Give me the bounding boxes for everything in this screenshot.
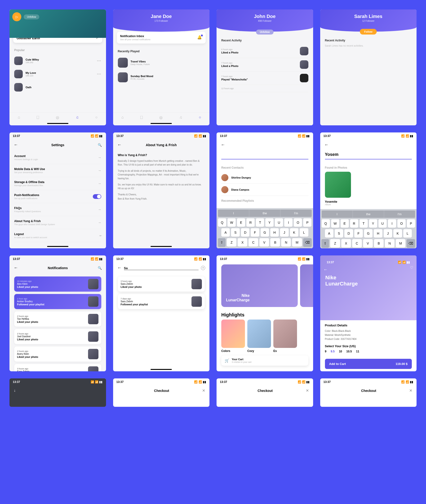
notification-item[interactable]: 2 hours agoToe HeftibaLiked your photo	[14, 311, 101, 327]
notification-item[interactable]: 2 hours agoJoel GardnerLiked your photo	[14, 329, 101, 344]
more-icon[interactable]: •••	[97, 72, 101, 76]
song-row[interactable]: My Love186.123•••	[14, 67, 101, 81]
activity-row[interactable]: 12 hours ago	[221, 85, 308, 92]
profile-icon[interactable]: ○	[199, 115, 201, 120]
heart-icon[interactable]: ♡	[410, 265, 413, 270]
notification-item[interactable]: 3 hours agoSara ZebrinLiked your photo	[118, 276, 205, 292]
backspace-key[interactable]: ⌫	[303, 238, 312, 247]
track-row[interactable]: Travel VibesDeep House, Future	[118, 55, 205, 70]
result-thumb[interactable]	[325, 172, 351, 198]
space-key[interactable]: space	[228, 248, 298, 248]
track-thumb	[118, 58, 128, 68]
more-icon[interactable]: •••	[97, 59, 101, 63]
settings-faq[interactable]: FAQsFrequently Asked Questions→	[14, 203, 101, 216]
contact-row[interactable]: Shirline Dungey	[221, 172, 308, 184]
chat-icon[interactable]: ⎕	[37, 115, 39, 120]
size-option[interactable]: 10	[339, 350, 342, 353]
screen-notifications: 13:37📶 📶 ▮▮ ←Notifications🔍 19 minutes a…	[9, 255, 106, 371]
chevron-right-icon: →	[98, 182, 101, 185]
header: ←About Yung & Frish	[113, 140, 210, 150]
back-icon[interactable]: ←	[14, 265, 18, 270]
camera-icon[interactable]: ◎	[56, 115, 59, 120]
search-icon[interactable]: 🔍	[98, 266, 102, 270]
search-input[interactable]	[325, 150, 412, 159]
hero-banner: ▷ Unfollow	[9, 9, 106, 38]
keyboard-suggestions: ItheI'm	[322, 210, 415, 218]
profile-header: Jane Doe 173 Follower	[113, 9, 210, 32]
search-icon[interactable]: 🔍	[98, 143, 102, 147]
activity-row[interactable]: 7 hours agoPlayed "Melancholia"	[221, 71, 308, 85]
notification-item[interactable]: 1 hour agoAmber BradleyFollowed your pla…	[14, 294, 101, 309]
settings-storage[interactable]: Storage & Offline DataManage your downlo…	[14, 177, 101, 190]
activity-thumb	[300, 47, 308, 55]
notification-item[interactable]: 7 days agoSara ZebrinFollowed your playl…	[118, 294, 205, 309]
back-icon[interactable]: ←	[117, 142, 122, 147]
back-icon[interactable]: ←	[325, 142, 329, 147]
profile-icon[interactable]: ○	[95, 115, 98, 120]
add-to-cart-button[interactable]: Add to Cart119.00 $	[325, 359, 412, 369]
recent-contacts-heading: Recent Contacts	[221, 166, 308, 169]
back-icon[interactable]: ←	[324, 267, 328, 272]
size-option[interactable]: 11	[356, 350, 359, 353]
back-icon[interactable]: ←	[117, 265, 122, 270]
back-icon[interactable]: ←	[14, 142, 18, 147]
notification-inbox-card[interactable]: Notification InboxSee all your unread no…	[117, 32, 206, 43]
notif-thumb	[88, 296, 99, 307]
settings-about[interactable]: About Yung & FrishThe guys who created S…	[14, 216, 101, 229]
contact-row[interactable]: Diana Campos	[221, 184, 308, 196]
clear-icon[interactable]: ✕	[201, 266, 205, 270]
close-icon[interactable]: ✕	[409, 388, 412, 393]
song-row[interactable]: Cute Wifey198.242•••	[14, 54, 101, 67]
highlight-card[interactable]: Es	[273, 320, 297, 353]
download-icon[interactable]: ↓	[14, 388, 16, 393]
unfollow-button[interactable]: Unfollow	[256, 29, 274, 35]
settings-logout[interactable]: LogoutIn case you want to switch account…	[14, 229, 101, 242]
play-button[interactable]: ▷	[12, 12, 21, 21]
shift-key[interactable]: ⇧	[218, 238, 226, 247]
highlight-card[interactable]: Cozy	[247, 320, 271, 353]
back-icon[interactable]: ←	[221, 142, 225, 147]
home-icon[interactable]: ⌂	[18, 115, 20, 120]
screen-profile-jane: Jane Doe 173 Follower Notification Inbox…	[113, 9, 210, 125]
settings-data[interactable]: Mobile Data & Wifi UseSet your streaming…	[14, 164, 101, 177]
activity-row[interactable]: 6 hours agoLiked a Photo	[221, 44, 308, 58]
push-toggle[interactable]	[93, 194, 101, 199]
status-bar: 13:37📶 📶 ▮▮	[217, 255, 313, 263]
product-hero-card[interactable]: NikeLunarCharge	[221, 264, 298, 307]
follow-button[interactable]: Follow	[360, 29, 377, 35]
status-bar: 13:37📶 📶 ▮▮	[217, 378, 313, 385]
track-row[interactable]: Sunday Bed MoodR'n'B, Acoustic	[118, 70, 205, 85]
search-input[interactable]	[221, 150, 308, 159]
size-option[interactable]: 10.5	[346, 350, 352, 353]
backspace-key[interactable]: ⌫	[407, 239, 415, 248]
screen-notifications-search: 13:37📶 📶 ▮▮ ←✕ 3 hours agoSara ZebrinLik…	[113, 255, 210, 371]
notification-item[interactable]: 3 hours agoSara ZebrinLiked your photo	[14, 364, 101, 371]
return-key[interactable]: return	[299, 248, 312, 248]
search-input[interactable]	[124, 266, 199, 270]
size-option[interactable]: 9	[325, 350, 327, 353]
chat-icon[interactable]: ⎕	[140, 115, 143, 120]
shift-key[interactable]: ⇧	[321, 239, 329, 248]
size-option[interactable]: 9.5	[331, 350, 335, 353]
popular-heading: Popular	[14, 49, 101, 52]
activity-row[interactable]: 7 hours agoLiked a Photo	[221, 58, 308, 71]
number-key[interactable]: 123	[218, 248, 227, 248]
home-icon[interactable]: ⌂	[121, 115, 124, 120]
profile-header: Sarah Limes 12 Follower Follow	[320, 9, 417, 32]
highlight-card[interactable]: Colors	[221, 320, 245, 353]
notification-item[interactable]: 2 hours agoAvery KleinLiked your photo	[14, 346, 101, 362]
music-icon[interactable]: ♫	[76, 115, 78, 120]
close-icon[interactable]: ✕	[202, 388, 205, 393]
cart-bar[interactable]: 🛒 Your Cart3 Articles in your cart	[221, 356, 308, 366]
song-row[interactable]: Oath	[14, 81, 101, 94]
music-icon[interactable]: ♫	[179, 115, 182, 120]
settings-account[interactable]: AccountAccount Settings & Login→	[14, 151, 101, 164]
notification-item[interactable]: 19 minutes agoAlex KleinLiked your photo	[14, 276, 101, 292]
close-icon[interactable]: ✕	[306, 388, 309, 393]
unfollow-button[interactable]: Unfollow	[24, 14, 39, 19]
camera-icon[interactable]: ◎	[159, 115, 163, 120]
settings-push[interactable]: Push-NotificationsSet up push notificati…	[14, 190, 101, 203]
product-hero-card[interactable]	[300, 264, 313, 307]
size-selector: 9 9.5 10 10.5 11	[325, 350, 412, 353]
profile-name: Sarah Limes	[320, 14, 417, 19]
